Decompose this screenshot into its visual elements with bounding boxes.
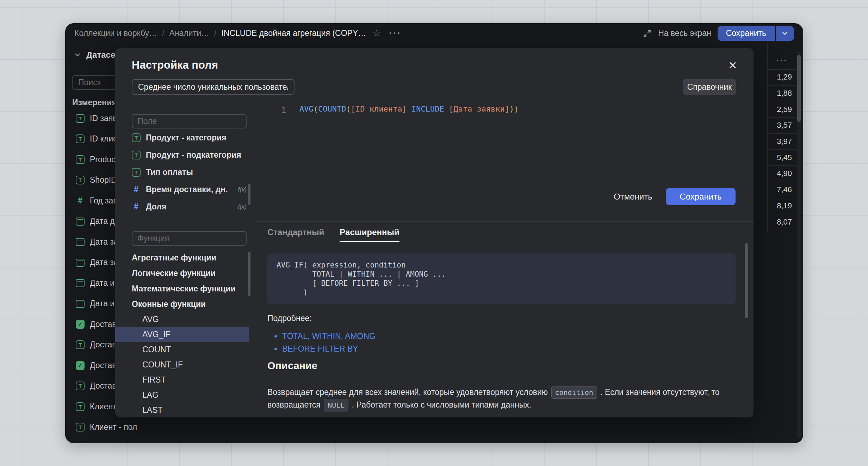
inline-code-chip: condition [551, 386, 597, 399]
field-label: Клиент - пол [90, 422, 137, 432]
table-cell-value: 3,97 [767, 134, 797, 150]
calendar-icon [76, 238, 85, 246]
dataset-label: Датасет [86, 50, 119, 60]
function-category[interactable]: Оконные функции [115, 296, 249, 312]
function-item[interactable]: AVG_IF [115, 327, 249, 342]
formula-token: ( [346, 105, 351, 113]
modal-field-item[interactable]: #Доляf(x) [132, 198, 247, 215]
field-name-input[interactable] [132, 79, 294, 95]
table-cell-value: 1,88 [767, 86, 797, 102]
table-cell-value: 7,46 [767, 182, 797, 198]
formula-token: [Дата заявки] [449, 105, 509, 113]
field-list-scrollbar-thumb[interactable] [248, 184, 250, 205]
function-signature-box: AVG_IF( expression, condition TOTAL | WI… [267, 253, 736, 304]
text-field-icon: T [76, 402, 85, 411]
dimensions-section-title: Измерения [72, 98, 117, 107]
editor-docs-divider [255, 221, 754, 222]
breadcrumb-separator: / [162, 29, 164, 38]
inline-code-chip: NULL [324, 399, 348, 411]
function-item[interactable]: LAG [115, 388, 249, 403]
close-icon[interactable]: × [725, 57, 740, 73]
text-field-icon: T [76, 155, 85, 164]
table-cell-value: 8,07 [767, 214, 797, 230]
function-item[interactable]: LAST [115, 403, 249, 417]
docs-link[interactable]: BEFORE FILTER BY [282, 344, 358, 354]
function-item[interactable]: COUNT [115, 342, 249, 357]
save-button-top[interactable]: Сохранить [718, 26, 775, 41]
breadcrumb-collections[interactable]: Коллекции и воркбу… [74, 29, 157, 38]
text-field-icon: T [132, 168, 141, 177]
fullscreen-label[interactable]: На весь экран [658, 29, 711, 38]
topbar: Коллекции и воркбу… / Аналити… / INCLUDE… [65, 23, 803, 43]
docs-links: TOTAL, WITHIN, AMONGBEFORE FILTER BY [274, 330, 376, 355]
modal-title: Настройка поля [132, 59, 218, 71]
tab-extended[interactable]: Расширенный [340, 227, 399, 242]
function-list-scrollbar-thumb[interactable] [248, 252, 250, 296]
docs-link[interactable]: TOTAL, WITHIN, AMONG [282, 332, 376, 341]
table-cell-value: 8,19 [767, 198, 797, 214]
function-item[interactable]: COUNT_IF [115, 357, 249, 372]
table-cell-value: 1,29 [767, 69, 797, 86]
calendar-icon [76, 279, 85, 287]
modal-field-item[interactable]: #Время доставки, дн.f(x) [132, 181, 247, 198]
table-cell-value: 5,45 [767, 150, 797, 166]
breadcrumb-analytics[interactable]: Аналити… [169, 29, 209, 38]
tab-standard[interactable]: Стандартный [267, 227, 324, 242]
editor-line-number: 1 [274, 106, 286, 114]
favorite-star-icon[interactable]: ☆ [372, 28, 380, 39]
dataset-section-toggle[interactable]: Датасет [74, 49, 119, 61]
field-search-input[interactable] [132, 114, 247, 128]
modal-field-item[interactable]: TПродукт - категория [132, 129, 247, 146]
boolean-field-icon: ✓ [76, 320, 85, 329]
function-category[interactable]: Логические функции [115, 265, 249, 281]
formula-token: COUNTD [318, 105, 346, 113]
function-item[interactable]: AVG [115, 312, 249, 327]
modal-field-item[interactable]: TПродукт - подкатегория [132, 146, 247, 164]
cancel-button[interactable]: Отменить [603, 188, 663, 205]
modal-field-list: TПродукт - категорияTПродукт - подкатего… [132, 129, 247, 215]
boolean-field-icon: ✓ [76, 361, 85, 370]
table-cell-value: 4,90 [767, 166, 797, 182]
text-field-icon: T [76, 340, 85, 349]
function-category-list: Агрегатные функцииЛогические функцииМате… [115, 250, 249, 312]
more-label: Подробнее: [267, 314, 312, 323]
field-label: Тип оплаты [146, 168, 247, 177]
description-title: Описание [267, 360, 317, 372]
field-settings-modal: Настройка поля × Справочник TПродукт - к… [115, 48, 754, 417]
formula-icon: f(x) [238, 203, 247, 210]
text-field-icon: T [76, 176, 85, 184]
number-field-icon: # [76, 196, 85, 206]
breadcrumb-current-chart: INCLUDE двойная агрегация (COPY… [221, 29, 366, 38]
function-category[interactable]: Математические функции [115, 281, 249, 296]
save-dropdown-button[interactable] [776, 26, 794, 41]
field-label: Доля [146, 202, 232, 212]
table-column-menu-icon[interactable]: ··· [767, 56, 797, 65]
save-button-modal[interactable]: Сохранить [666, 188, 736, 205]
description-text: Возвращает среднее для всех значений, ко… [267, 386, 737, 411]
formula-token: ( [314, 105, 318, 113]
text-field-icon: T [76, 134, 85, 143]
function-list: AVGAVG_IFCOUNTCOUNT_IFFIRSTLAGLAST [115, 312, 249, 417]
more-menu-icon[interactable]: ··· [389, 28, 402, 39]
modal-field-item[interactable]: TТип оплаты [132, 164, 247, 181]
formula-token: )) [509, 105, 519, 113]
window-scrollbar-thumb[interactable] [797, 55, 801, 122]
function-category[interactable]: Агрегатные функции [115, 250, 249, 265]
bullet-icon [274, 335, 277, 338]
breadcrumb-separator: / [214, 29, 216, 38]
function-item[interactable]: FIRST [115, 372, 249, 388]
docs-link-item[interactable]: BEFORE FILTER BY [274, 342, 376, 355]
field-label: Время доставки, дн. [146, 185, 232, 194]
window-scrollbar[interactable] [797, 51, 801, 439]
docs-link-item[interactable]: TOTAL, WITHIN, AMONG [274, 330, 376, 342]
fullscreen-icon[interactable] [643, 29, 652, 38]
function-search-input[interactable] [132, 231, 247, 246]
table-values-column: 1,291,882,593,573,975,454,907,468,198,07 [767, 69, 797, 230]
text-field-icon: T [132, 151, 141, 159]
bullet-icon [274, 348, 277, 350]
formula-editor[interactable]: AVG(COUNTD([ID клиента] INCLUDE [Дата за… [299, 105, 519, 113]
table-cell-value: 3,57 [767, 118, 797, 134]
sidebar-field-item[interactable]: TКлиент - пол [65, 417, 205, 438]
docs-scrollbar-thumb[interactable] [745, 243, 748, 318]
reference-button[interactable]: Справочник [683, 79, 736, 95]
